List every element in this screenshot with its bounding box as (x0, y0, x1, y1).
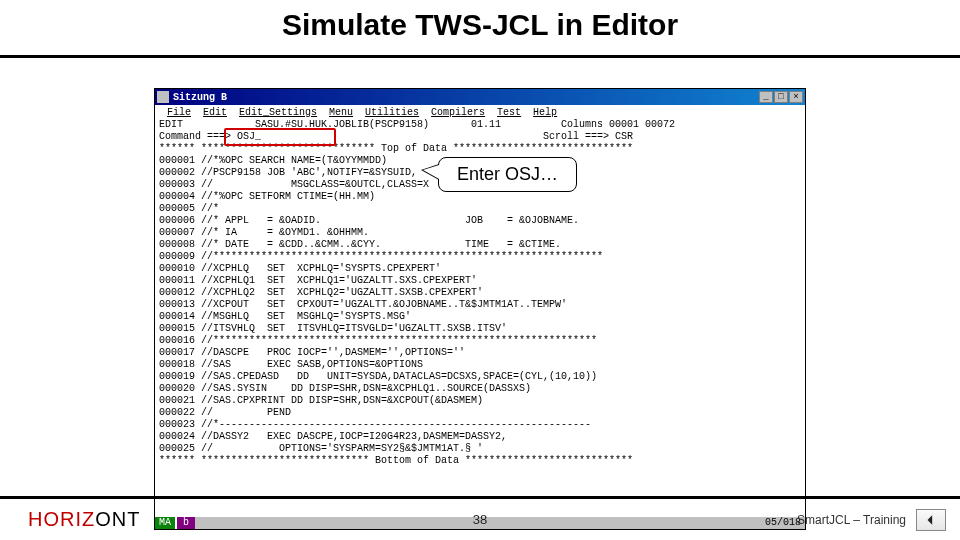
terminal-line: 000023 //*------------------------------… (159, 419, 801, 431)
terminal-line: 000016 //*******************************… (159, 335, 801, 347)
terminal-line: 000019 //SAS.CPEDASD DD UNIT=SYSDA,DATAC… (159, 371, 801, 383)
terminal-line: ****** **************************** Bott… (159, 455, 801, 467)
terminal-line: 000010 //XCPHLQ SET XCPHLQ='SYSPTS.CPEXP… (159, 263, 801, 275)
window-maximize-button[interactable]: □ (774, 91, 788, 103)
terminal-line: 000013 //XCPOUT SET CPXOUT='UGZALTT.&OJO… (159, 299, 801, 311)
terminal-line: 000006 //* APPL = &OADID. JOB = &OJOBNAM… (159, 215, 801, 227)
terminal-line: 000008 //* DATE = &CDD..&CMM..&CYY. TIME… (159, 239, 801, 251)
terminal-line: 000011 //XCPHLQ1 SET XCPHLQ1='UGZALTT.SX… (159, 275, 801, 287)
terminal-line: 000015 //ITSVHLQ SET ITSVHLQ=ITSVGLD='UG… (159, 323, 801, 335)
menubar-item[interactable]: Compilers (425, 107, 491, 119)
window-titlebar: Sitzung B _ □ × (155, 89, 805, 105)
terminal-line: 000017 //DASCPE PROC IOCP='',DASMEM='',O… (159, 347, 801, 359)
terminal-line: 000020 //SAS.SYSIN DD DISP=SHR,DSN=&XCPH… (159, 383, 801, 395)
terminal-line: 000005 //* (159, 203, 801, 215)
menubar-item[interactable]: Test (491, 107, 527, 119)
brand-logo: HORIZONT (0, 508, 140, 531)
brand-left: HORIZ (28, 508, 95, 530)
highlight-box (224, 128, 336, 146)
menubar-item[interactable]: Edit (197, 107, 233, 119)
terminal-line: 000004 //*%OPC SETFORM CTIME=(HH.MM) (159, 191, 801, 203)
back-arrow-icon (924, 513, 938, 527)
menubar-item[interactable]: Menu (323, 107, 359, 119)
brand-right: ONT (95, 508, 140, 530)
terminal-line: 000014 //MSGHLQ SET MSGHLQ='SYSPTS.MSG' (159, 311, 801, 323)
slide-title: Simulate TWS-JCL in Editor (0, 8, 960, 42)
menubar-item[interactable]: File (161, 107, 197, 119)
app-window: Sitzung B _ □ × FileEditEdit_SettingsMen… (154, 88, 806, 530)
course-name: SmartJCL – Training (797, 513, 906, 527)
nav-back-button[interactable] (916, 509, 946, 531)
callout-text: Enter OSJ… (457, 164, 558, 184)
slide-footer: HORIZONT 38 SmartJCL – Training (0, 496, 960, 540)
terminal-line: 000021 //SAS.CPXPRINT DD DISP=SHR,DSN=&X… (159, 395, 801, 407)
menubar-item[interactable]: Edit_Settings (233, 107, 323, 119)
page-number: 38 (473, 512, 487, 527)
terminal-line: 000009 //*******************************… (159, 251, 801, 263)
terminal-line: 000012 //XCPHLQ2 SET XCPHLQ2='UGZALTT.SX… (159, 287, 801, 299)
window-icon (157, 91, 169, 103)
editor-menubar: FileEditEdit_SettingsMenuUtilitiesCompil… (159, 107, 801, 119)
window-minimize-button[interactable]: _ (759, 91, 773, 103)
title-rule (0, 55, 960, 58)
terminal-line: 000025 // OPTIONS='SYSPARM=SY2§&$JMTM1AT… (159, 443, 801, 455)
terminal-line: 000022 // PEND (159, 407, 801, 419)
menubar-item[interactable]: Help (527, 107, 563, 119)
window-title-text: Sitzung B (173, 92, 759, 103)
callout-bubble: Enter OSJ… (438, 157, 577, 192)
terminal-line: 000024 //DASSY2 EXEC DASCPE,IOCP=I20G4R2… (159, 431, 801, 443)
window-close-button[interactable]: × (789, 91, 803, 103)
embedded-screenshot: Sitzung B _ □ × FileEditEdit_SettingsMen… (154, 88, 806, 530)
terminal-line: 000007 //* IA = &OYMD1. &OHHMM. (159, 227, 801, 239)
terminal-line: 000018 //SAS EXEC SASB,OPTIONS=&OPTIONS (159, 359, 801, 371)
menubar-item[interactable]: Utilities (359, 107, 425, 119)
